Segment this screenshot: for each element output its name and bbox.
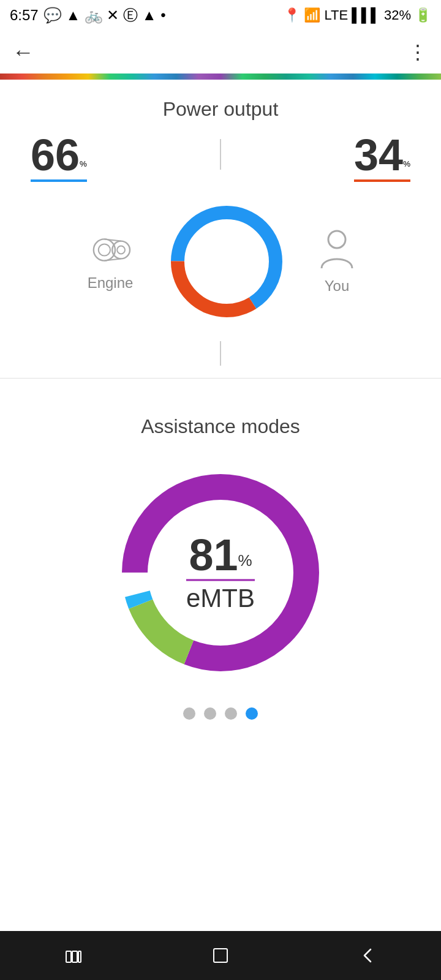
- donut-center-text: 81% eMTB: [186, 533, 255, 613]
- battery-icon: 🔋: [415, 7, 431, 23]
- menu-button[interactable]: ⋮: [408, 40, 429, 64]
- donut-center-label: eMTB: [186, 584, 255, 613]
- svg-point-3: [117, 246, 125, 254]
- status-icons: 💬 ▲ 🚲 ✕ Ⓔ ▲ •: [43, 6, 166, 25]
- status-bar: 6:57 💬 ▲ 🚲 ✕ Ⓔ ▲ • 📍 📶 LTE ▌▌▌ 32% 🔋: [0, 0, 441, 31]
- person-icon: [318, 228, 355, 271]
- assistance-section: Assistance modes 81% eMTB: [0, 379, 441, 763]
- power-output-section: Power output 66% 34%: [0, 98, 441, 366]
- dot-3[interactable]: [225, 707, 237, 720]
- svg-point-1: [99, 244, 110, 255]
- signal-icon: ▌▌▌: [352, 7, 380, 23]
- wifi-icon: 📶: [304, 7, 320, 23]
- you-icon-label: You: [318, 228, 355, 295]
- dot-2[interactable]: [204, 707, 216, 720]
- power-donut-chart: [159, 194, 294, 329]
- back-button[interactable]: ←: [12, 39, 34, 65]
- chart-row: Engine You: [18, 194, 423, 329]
- center-divider-line: [220, 139, 221, 170]
- assistance-donut-chart: 81% eMTB: [104, 456, 337, 689]
- you-stat: 34%: [354, 133, 410, 182]
- top-nav: ← ⋮: [0, 31, 441, 74]
- you-percent-value: 34%: [354, 133, 410, 177]
- engine-icon-label: Engine: [86, 232, 135, 292]
- you-percent-sup: %: [403, 159, 410, 168]
- dot-4[interactable]: [246, 707, 258, 720]
- battery-label: 32%: [384, 7, 411, 23]
- engine-label: Engine: [88, 274, 134, 292]
- donut-center-sup: %: [238, 551, 252, 570]
- bottom-spacer: [0, 763, 441, 812]
- power-stats: 66% 34%: [18, 133, 423, 182]
- you-label: You: [325, 277, 350, 295]
- bottom-nav-bar: [0, 931, 441, 980]
- svg-point-8: [328, 231, 345, 248]
- engine-percent-value: 66%: [31, 133, 87, 177]
- svg-rect-15: [214, 949, 227, 962]
- engine-percent-number: 66: [31, 130, 80, 179]
- status-right: 📍 📶 LTE ▌▌▌ 32% 🔋: [284, 7, 431, 23]
- svg-rect-14: [78, 951, 81, 962]
- home-button[interactable]: [202, 943, 239, 968]
- engine-stat: 66%: [31, 133, 87, 182]
- donut-center-value-wrapper: 81%: [186, 533, 255, 577]
- recent-apps-button[interactable]: [55, 943, 92, 968]
- bottom-divider: [18, 341, 423, 366]
- you-underline: [354, 179, 410, 182]
- svg-rect-12: [66, 951, 71, 962]
- lte-label: LTE: [324, 7, 348, 23]
- status-left: 6:57 💬 ▲ 🚲 ✕ Ⓔ ▲ •: [10, 6, 166, 25]
- engine-percent-sup: %: [80, 159, 87, 168]
- donut-center-underline: [186, 579, 255, 581]
- engine-underline: [31, 179, 87, 182]
- engine-icon: [86, 232, 135, 268]
- dot-1[interactable]: [183, 707, 195, 720]
- you-percent-number: 34: [354, 130, 403, 179]
- system-back-button[interactable]: [349, 943, 386, 968]
- power-output-title: Power output: [18, 98, 423, 121]
- location-icon: 📍: [284, 7, 300, 23]
- status-time: 6:57: [10, 7, 39, 24]
- rainbow-bar: [0, 74, 441, 80]
- donut-center-number: 81: [189, 530, 238, 579]
- pagination-dots: [0, 707, 441, 720]
- bottom-vertical-line: [220, 341, 221, 366]
- svg-rect-13: [72, 951, 77, 962]
- assistance-title: Assistance modes: [0, 415, 441, 438]
